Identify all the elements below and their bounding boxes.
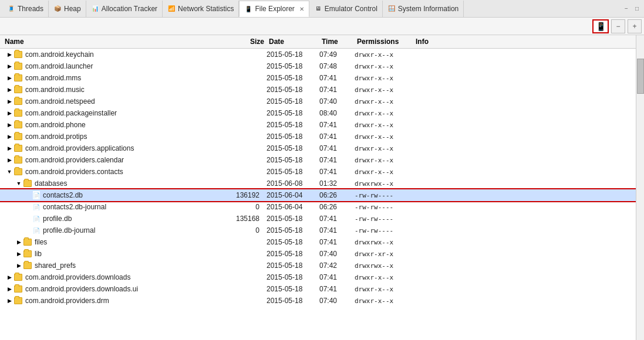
file-time: 07:41 bbox=[317, 273, 352, 281]
file-spacer bbox=[25, 203, 32, 210]
expand-icon[interactable]: ▶ bbox=[6, 98, 13, 105]
file-name-text: com.android.providers.drm bbox=[25, 297, 109, 305]
file-explorer[interactable]: Name Size Date Time Permissions Info ▶co… bbox=[0, 35, 636, 340]
file-permissions: drwxr-x--x bbox=[352, 98, 411, 106]
file-date: 2015-05-18 bbox=[264, 168, 317, 176]
file-name-cell: 📄contacts2.db-journal bbox=[0, 203, 223, 211]
expand-icon[interactable]: ▶ bbox=[6, 145, 13, 152]
file-name-text: com.android.packageinstaller bbox=[25, 109, 117, 117]
table-row[interactable]: ▶com.android.music2015-05-1807:41drwxr-x… bbox=[0, 84, 636, 96]
table-row[interactable]: ▶com.android.providers.applications2015-… bbox=[0, 142, 636, 154]
file-date: 2015-05-18 bbox=[264, 86, 317, 94]
minus-button[interactable]: − bbox=[611, 19, 625, 33]
file-date: 2015-05-18 bbox=[264, 50, 317, 59]
expand-icon[interactable]: ▶ bbox=[6, 121, 13, 128]
table-row[interactable]: ▶com.android.providers.drm2015-05-1807:4… bbox=[0, 295, 636, 307]
file-spacer bbox=[25, 215, 32, 222]
table-row[interactable]: 📄contacts2.db-journal02015-06-0406:26-rw… bbox=[0, 201, 636, 213]
file-permissions: drwxr-x--x bbox=[352, 285, 411, 293]
table-row[interactable]: ▶shared_prefs2015-05-1807:42drwxrwx--x bbox=[0, 260, 636, 271]
folder-icon bbox=[23, 250, 32, 257]
file-permissions: drwxr-x--x bbox=[352, 63, 411, 70]
expand-icon[interactable]: ▶ bbox=[15, 262, 22, 269]
table-row[interactable]: ▶com.android.protips2015-05-1807:41drwxr… bbox=[0, 131, 636, 142]
expand-icon[interactable]: ▶ bbox=[6, 86, 13, 93]
table-row[interactable]: ▶com.android.providers.downloads.ui2015-… bbox=[0, 283, 636, 295]
file-time: 07:42 bbox=[317, 261, 352, 270]
tab-icon-network-statistics: 📶 bbox=[167, 5, 176, 13]
table-row[interactable]: 📄profile.db-journal02015-05-1807:41-rw-r… bbox=[0, 225, 636, 236]
expand-icon[interactable]: ▶ bbox=[6, 157, 13, 164]
file-date: 2015-06-04 bbox=[264, 203, 317, 211]
file-name-cell: ▶com.android.music bbox=[0, 86, 223, 94]
file-icon: 📄 bbox=[33, 226, 40, 234]
expand-icon[interactable]: ▶ bbox=[6, 297, 13, 304]
tab-icon-threads: 🧵 bbox=[7, 5, 15, 13]
tab-allocation-tracker[interactable]: 📊Allocation Tracker bbox=[86, 1, 163, 17]
collapse-icon[interactable]: ▼ bbox=[6, 168, 13, 175]
tab-file-explorer[interactable]: 📱File Explorer✕ bbox=[239, 1, 309, 17]
table-row[interactable]: 📄contacts2.db1361922015-06-0406:26-rw-rw… bbox=[0, 189, 636, 201]
table-row[interactable]: 📄profile.db1351682015-05-1807:41-rw-rw--… bbox=[0, 213, 636, 225]
collapse-icon[interactable]: ▼ bbox=[15, 180, 22, 187]
file-permissions: -rw-rw---- bbox=[352, 203, 411, 211]
expand-icon[interactable]: ▶ bbox=[6, 274, 13, 281]
tab-threads[interactable]: 🧵Threads bbox=[2, 1, 49, 17]
expand-icon[interactable]: ▶ bbox=[15, 250, 22, 257]
table-row[interactable]: ▶com.android.keychain2015-05-1807:49drwx… bbox=[0, 49, 636, 60]
expand-icon[interactable]: ▶ bbox=[6, 133, 13, 140]
tab-system-information[interactable]: 🪟System Information bbox=[383, 1, 464, 17]
expand-icon[interactable]: ▶ bbox=[15, 239, 22, 246]
tab-network-statistics[interactable]: 📶Network Statistics bbox=[163, 1, 239, 17]
table-row[interactable]: ▶lib2015-05-1807:40drwxr-xr-x bbox=[0, 248, 636, 260]
table-row[interactable]: ▶files2015-05-1807:41drwxrwx--x bbox=[0, 236, 636, 248]
file-date: 2015-05-18 bbox=[264, 132, 317, 141]
file-permissions: -rw-rw---- bbox=[352, 215, 411, 223]
tab-icon-emulator-control: 🖥 bbox=[314, 5, 322, 13]
scrollbar-thumb[interactable] bbox=[637, 59, 644, 94]
table-row[interactable]: ▶com.android.launcher2015-05-1807:48drwx… bbox=[0, 60, 636, 72]
file-date: 2015-05-18 bbox=[264, 215, 317, 223]
table-row[interactable]: ▶com.android.providers.calendar2015-05-1… bbox=[0, 154, 636, 166]
expand-icon[interactable]: ▶ bbox=[6, 285, 13, 293]
file-name-cell: 📄profile.db-journal bbox=[0, 226, 223, 234]
folder-icon bbox=[23, 180, 32, 187]
minimize-button[interactable]: − bbox=[622, 4, 631, 13]
file-size: 135168 bbox=[223, 215, 264, 223]
folder-icon bbox=[23, 262, 32, 269]
table-row[interactable]: ▶com.android.providers.downloads2015-05-… bbox=[0, 271, 636, 283]
restore-button[interactable]: □ bbox=[632, 4, 642, 13]
table-row[interactable]: ▶com.android.mms2015-05-1807:41drwxr-x--… bbox=[0, 72, 636, 84]
tab-close-file-explorer[interactable]: ✕ bbox=[299, 6, 304, 12]
folder-icon bbox=[14, 121, 22, 128]
expand-icon[interactable]: ▶ bbox=[6, 63, 13, 70]
tab-heap[interactable]: 📦Heap bbox=[49, 1, 86, 17]
pull-file-button[interactable]: 📱 bbox=[592, 19, 609, 33]
plus-button[interactable]: + bbox=[628, 19, 642, 33]
file-time: 08:40 bbox=[317, 109, 352, 117]
table-row[interactable]: ▶com.android.phone2015-05-1807:41drwxr-x… bbox=[0, 119, 636, 131]
file-permissions: drwxr-x--x bbox=[352, 86, 411, 94]
file-time: 06:26 bbox=[317, 191, 352, 199]
table-row[interactable]: ▶com.android.netspeed2015-05-1807:40drwx… bbox=[0, 96, 636, 107]
file-permissions: drwxr-x--x bbox=[352, 74, 411, 82]
expand-icon[interactable]: ▶ bbox=[6, 110, 13, 117]
file-name-cell: ▶com.android.protips bbox=[0, 132, 223, 141]
table-row[interactable]: ▼databases2015-06-0801:32drwxrwx--x bbox=[0, 178, 636, 189]
file-date: 2015-05-18 bbox=[264, 144, 317, 152]
file-name-cell: 📄profile.db bbox=[0, 215, 223, 223]
file-time: 07:48 bbox=[317, 62, 352, 70]
col-time-header: Time bbox=[322, 38, 357, 46]
folder-icon bbox=[23, 239, 32, 246]
expand-icon[interactable]: ▶ bbox=[6, 51, 13, 58]
file-time: 07:49 bbox=[317, 50, 352, 59]
folder-icon bbox=[14, 285, 22, 293]
table-row[interactable]: ▶com.android.packageinstaller2015-05-180… bbox=[0, 107, 636, 119]
tab-emulator-control[interactable]: 🖥Emulator Control bbox=[309, 1, 383, 17]
table-row[interactable]: ▼com.android.providers.contacts2015-05-1… bbox=[0, 166, 636, 178]
expand-icon[interactable]: ▶ bbox=[6, 74, 13, 81]
scrollbar[interactable] bbox=[636, 35, 644, 340]
tab-icon-allocation-tracker: 📊 bbox=[91, 5, 99, 13]
file-time: 07:41 bbox=[317, 215, 352, 223]
folder-icon bbox=[14, 145, 22, 152]
